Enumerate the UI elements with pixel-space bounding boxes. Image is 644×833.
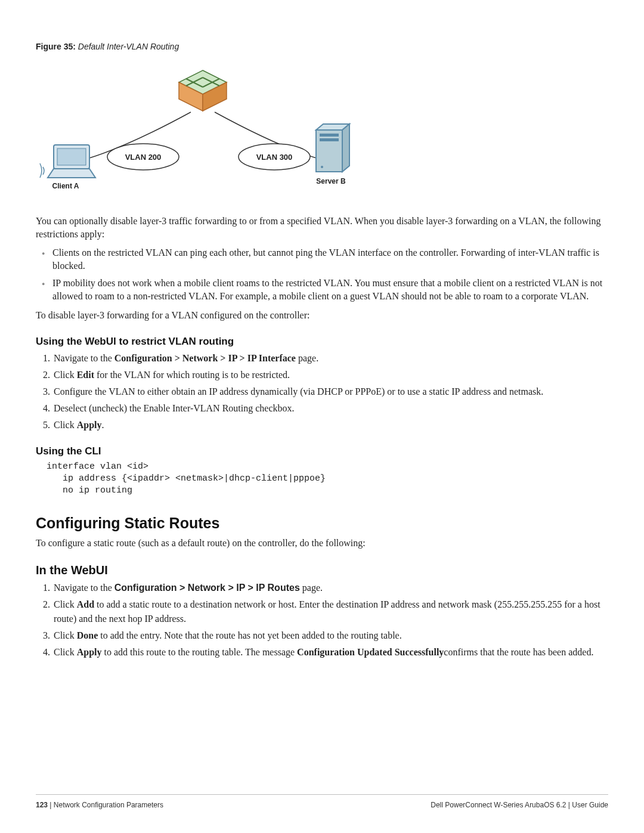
svg-rect-16 — [320, 138, 339, 141]
vlan-diagram-icon: VLAN 200 VLAN 300 Client A Server B — [36, 58, 370, 196]
footer-left: 123 | Network Configuration Parameters — [36, 801, 163, 809]
client-a-label: Client A — [52, 182, 79, 190]
svg-rect-15 — [320, 134, 339, 137]
static-steps: Navigate to the Configuration > Network … — [36, 581, 608, 659]
chapter-name: Network Configuration Parameters — [54, 801, 163, 809]
list-item: Clients on the restricted VLAN can ping … — [52, 246, 608, 273]
footer-right: Dell PowerConnect W-Series ArubaOS 6.2 |… — [431, 801, 608, 809]
static-intro: To configure a static route (such as a d… — [36, 537, 608, 550]
heading-config-static: Configuring Static Routes — [36, 515, 608, 532]
restriction-list: Clients on the restricted VLAN can ping … — [36, 246, 608, 304]
list-item: Navigate to the Configuration > Network … — [52, 581, 608, 595]
list-item: Click Done to add the entry. Note that t… — [52, 628, 608, 643]
list-item: Click Add to add a static route to a des… — [52, 597, 608, 626]
list-item: Click Edit for the VLAN for which routin… — [52, 368, 608, 382]
svg-marker-11 — [48, 169, 95, 178]
intro-paragraph: You can optionally disable layer-3 traff… — [36, 215, 608, 241]
svg-point-17 — [321, 166, 323, 168]
cli-block: interface vlan <id> ip address {<ipaddr>… — [47, 461, 608, 497]
heading-using-cli: Using the CLI — [36, 445, 608, 457]
page: Figure 35: Default Inter-VLAN Routing — [0, 0, 644, 833]
page-footer: 123 | Network Configuration Parameters D… — [36, 794, 608, 809]
list-item: Configure the VLAN to either obtain an I… — [52, 385, 608, 399]
figure-caption: Figure 35: Default Inter-VLAN Routing — [36, 42, 608, 51]
svg-marker-14 — [342, 124, 349, 172]
server-b-label: Server B — [316, 177, 346, 185]
list-item: Click Apply to add this route to the rou… — [52, 645, 608, 659]
product-name: Dell PowerConnect W-Series ArubaOS 6.2 — [431, 801, 566, 809]
page-number: 123 — [36, 801, 48, 809]
list-item: IP mobility does not work when a mobile … — [52, 277, 608, 304]
list-item: Click Apply. — [52, 418, 608, 432]
list-item: Deselect (uncheck) the Enable Inter-VLAN… — [52, 401, 608, 416]
webui-steps: Navigate to the Configuration > Network … — [36, 351, 608, 432]
heading-webui-restrict: Using the WebUI to restrict VLAN routing — [36, 336, 608, 348]
doc-type: User Guide — [572, 801, 608, 809]
figure-title: Default Inter-VLAN Routing — [78, 42, 179, 51]
vlan-300-label: VLAN 300 — [256, 153, 293, 162]
content-area: Figure 35: Default Inter-VLAN Routing — [36, 36, 608, 776]
svg-rect-10 — [57, 148, 86, 165]
list-item: Navigate to the Configuration > Network … — [52, 351, 608, 366]
heading-in-webui: In the WebUI — [36, 563, 608, 577]
disable-intro: To disable layer-3 forwarding for a VLAN… — [36, 309, 608, 322]
vlan-200-label: VLAN 200 — [125, 153, 162, 162]
figure-label: Figure 35: — [36, 42, 76, 51]
